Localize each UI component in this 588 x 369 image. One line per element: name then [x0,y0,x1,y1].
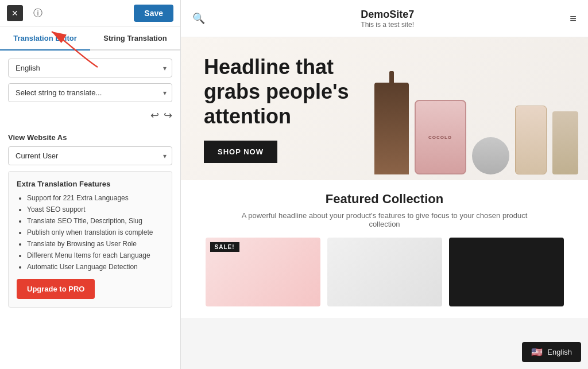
tab-string-translation[interactable]: String Translation [90,27,180,51]
list-item: Translate SEO Title, Description, Slug [27,217,164,225]
product-tall-jar-image [515,106,547,174]
search-button[interactable]: 🔍 [192,12,205,25]
language-select-wrapper: English Spanish French German [8,59,172,77]
site-title-area: DemoSite7 This is a test site! [205,9,570,29]
us-flag-icon: 🇺🇸 [531,347,543,358]
top-bar: ✕ ⓘ Save [0,0,180,27]
featured-title: Featured Collection [192,192,577,207]
left-panel: ✕ ⓘ Save Translation Editor String Trans… [0,0,181,369]
view-website-label: View Website As [8,133,172,142]
list-item: Automatic User Language Detection [27,263,164,271]
list-item: Translate by Browsing as User Role [27,240,164,248]
view-as-select[interactable]: Current User Guest Admin [8,146,172,165]
product-jar-large-image [415,100,466,174]
info-button[interactable]: ⓘ [30,5,46,21]
extra-features-title: Extra Translation Features [17,180,164,188]
site-subtitle: This is a test site! [205,21,570,29]
list-item: Yoast SEO support [27,205,164,213]
upgrade-button[interactable]: Upgrade to PRO [17,279,95,299]
product-card-3 [449,238,564,306]
undo-button[interactable]: ↩ [150,109,159,122]
features-list: Support for 221 Extra Languages Yoast SE… [17,194,164,271]
extra-features-section: Extra Translation Features Support for 2… [8,171,172,308]
sale-badge: SALE! [210,242,239,252]
site-header: 🔍 DemoSite7 This is a test site! ≡ [181,0,588,37]
list-item: Different Menu Items for each Language [27,251,164,259]
product-reed-image [552,111,578,174]
string-select-wrapper: Select string to translate... [8,83,172,102]
close-button[interactable]: ✕ [7,5,23,21]
list-item: Publish only when translation is complet… [27,228,164,236]
shop-now-button[interactable]: SHOP NOW [204,141,277,163]
tabs-container: Translation Editor String Translation [0,27,180,51]
tab-translation-editor[interactable]: Translation Editor [0,27,90,51]
hero-products [364,37,588,180]
language-select[interactable]: English Spanish French German [8,59,172,77]
view-website-section: View Website As Current User Guest Admin [8,129,172,165]
products-grid: SALE! [192,238,577,306]
product-card-2 [327,238,442,306]
hero-headline: Headline that grabs people's attention [204,55,362,129]
product-card-1: SALE! [206,238,320,306]
view-as-select-wrapper: Current User Guest Admin [8,146,172,165]
hero-banner: Headline that grabs people's attention S… [181,37,588,180]
english-label: English [547,348,572,356]
undo-redo-controls: ↩ ↪ [8,108,172,123]
panel-body: English Spanish French German Select str… [0,51,180,316]
hamburger-button[interactable]: ≡ [570,13,577,24]
featured-subtitle: A powerful headline about your product's… [241,211,528,228]
right-panel: 🔍 DemoSite7 This is a test site! ≡ Headl… [181,0,588,369]
product-small-round-image [472,137,509,174]
english-language-button[interactable]: 🇺🇸 English [522,342,581,362]
site-title: DemoSite7 [205,9,570,21]
hero-content: Headline that grabs people's attention S… [181,37,385,180]
redo-button[interactable]: ↪ [164,109,172,122]
string-select[interactable]: Select string to translate... [8,83,172,102]
list-item: Support for 221 Extra Languages [27,194,164,202]
save-button[interactable]: Save [134,5,173,22]
featured-section: Featured Collection A powerful headline … [181,180,588,318]
